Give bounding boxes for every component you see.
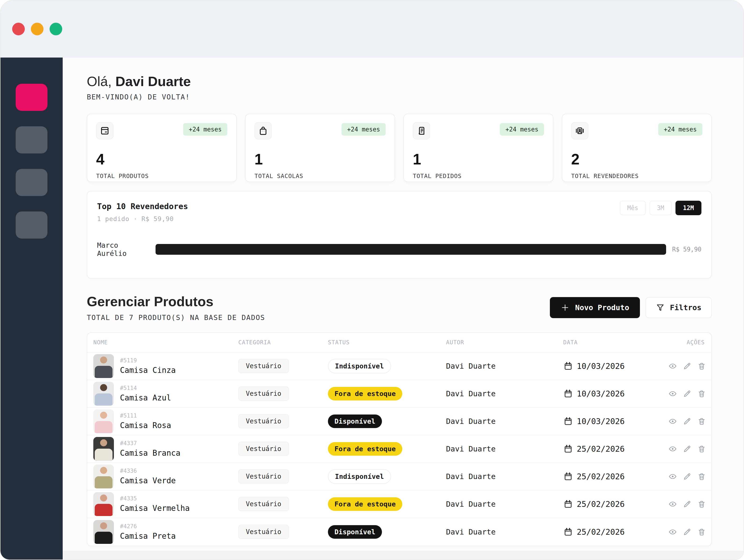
product-date: 10/03/2026 bbox=[577, 362, 625, 371]
edit-icon[interactable] bbox=[683, 417, 692, 425]
view-icon[interactable] bbox=[668, 389, 677, 398]
status-badge: Disponível bbox=[328, 414, 382, 428]
page-title: Olá, Davi Duarte bbox=[87, 74, 712, 89]
stat-badge: +24 meses bbox=[658, 123, 702, 136]
product-id: #4335 bbox=[120, 495, 190, 502]
product-author: Davi Duarte bbox=[446, 417, 563, 426]
product-id: #4337 bbox=[120, 440, 180, 447]
product-date: 25/02/2026 bbox=[577, 472, 625, 481]
stats-cards: +24 meses 4 TOTAL PRODUTOS +24 meses 1 T… bbox=[87, 114, 712, 182]
funnel-icon bbox=[656, 303, 665, 312]
stat-label: TOTAL PEDIDOS bbox=[413, 173, 544, 179]
reseller-bar-row: Marco Aurélio R$ 59,90 bbox=[97, 241, 701, 258]
period-filters: Mês 3M 12M bbox=[620, 201, 701, 215]
greeting-prefix: Olá, bbox=[87, 74, 112, 89]
minimize-window-button[interactable] bbox=[31, 23, 43, 35]
product-thumbnail bbox=[93, 354, 114, 378]
view-icon[interactable] bbox=[668, 362, 677, 370]
view-icon[interactable] bbox=[668, 528, 677, 536]
sidebar-item-4[interactable] bbox=[16, 212, 47, 238]
view-icon[interactable] bbox=[668, 472, 677, 481]
status-badge: Fora de estoque bbox=[328, 442, 402, 456]
stat-label: TOTAL REVENDEDORES bbox=[571, 173, 702, 179]
edit-icon[interactable] bbox=[683, 389, 692, 398]
product-date: 10/03/2026 bbox=[577, 389, 625, 398]
stat-badge: +24 meses bbox=[183, 123, 227, 136]
edit-icon[interactable] bbox=[683, 500, 692, 508]
period-filter-mes[interactable]: Mês bbox=[620, 201, 646, 215]
view-icon[interactable] bbox=[668, 445, 677, 453]
category-badge: Vestuário bbox=[238, 414, 289, 428]
product-author: Davi Duarte bbox=[446, 500, 563, 509]
calendar-icon bbox=[563, 527, 573, 537]
status-badge: Disponível bbox=[328, 525, 382, 539]
product-name: Camisa Preta bbox=[120, 531, 176, 540]
sidebar-item-3[interactable] bbox=[16, 169, 47, 196]
table-row: #5119 Camisa Cinza Vestuário Indisponíve… bbox=[87, 352, 711, 380]
category-badge: Vestuário bbox=[238, 525, 289, 539]
product-date: 25/02/2026 bbox=[577, 527, 625, 536]
period-filter-12m[interactable]: 12M bbox=[675, 201, 701, 215]
product-name: Camisa Azul bbox=[120, 393, 171, 402]
delete-icon[interactable] bbox=[698, 528, 706, 536]
calendar-icon bbox=[563, 389, 573, 399]
stat-value: 2 bbox=[571, 151, 702, 168]
product-author: Davi Duarte bbox=[446, 472, 563, 481]
delete-icon[interactable] bbox=[698, 417, 706, 425]
products-section-header: Gerenciar Produtos TOTAL DE 7 PRODUTO(S)… bbox=[87, 294, 712, 322]
edit-icon[interactable] bbox=[683, 362, 692, 370]
top-resellers-panel: Top 10 Revendedores 1 pedido · R$ 59,90 … bbox=[87, 191, 712, 278]
column-header-data: DATA bbox=[563, 339, 668, 346]
product-date: 25/02/2026 bbox=[577, 444, 625, 454]
welcome-subtitle: BEM-VINDO(A) DE VOLTA! bbox=[87, 93, 712, 101]
user-name: Davi Duarte bbox=[116, 74, 191, 89]
product-id: #4276 bbox=[120, 523, 176, 530]
new-product-button[interactable]: Novo Produto bbox=[550, 297, 640, 318]
product-date: 25/02/2026 bbox=[577, 499, 625, 509]
product-thumbnail bbox=[93, 464, 114, 488]
plus-icon bbox=[561, 303, 569, 312]
status-badge: Indisponível bbox=[328, 359, 391, 373]
product-name: Camisa Vermelha bbox=[120, 503, 190, 513]
table-row: #4335 Camisa Vermelha Vestuário Fora de … bbox=[87, 490, 711, 518]
delete-icon[interactable] bbox=[698, 362, 706, 370]
filters-button[interactable]: Filtros bbox=[645, 297, 712, 318]
maximize-window-button[interactable] bbox=[49, 23, 62, 35]
product-name: Camisa Verde bbox=[120, 476, 176, 485]
delete-icon[interactable] bbox=[698, 445, 706, 453]
period-filter-3m[interactable]: 3M bbox=[649, 201, 672, 215]
delete-icon[interactable] bbox=[698, 500, 706, 508]
close-window-button[interactable] bbox=[12, 23, 25, 35]
edit-icon[interactable] bbox=[683, 528, 692, 536]
titlebar bbox=[0, 0, 744, 58]
product-name: Camisa Cinza bbox=[120, 366, 176, 375]
top-resellers-subtitle: 1 pedido · R$ 59,90 bbox=[97, 215, 701, 222]
delete-icon[interactable] bbox=[698, 472, 706, 481]
products-title: Gerenciar Produtos bbox=[87, 294, 265, 309]
calendar-icon bbox=[563, 472, 573, 481]
stat-card-sacolas: +24 meses 1 TOTAL SACOLAS bbox=[245, 114, 395, 182]
app-window: Olá, Davi Duarte BEM-VINDO(A) DE VOLTA! … bbox=[0, 0, 744, 560]
bar-track bbox=[155, 244, 666, 255]
view-icon[interactable] bbox=[668, 417, 677, 425]
reseller-name: Marco Aurélio bbox=[97, 241, 149, 258]
calendar-icon bbox=[563, 361, 573, 371]
column-header-acoes: AÇÕES bbox=[668, 339, 705, 346]
sidebar-item-2[interactable] bbox=[16, 126, 47, 153]
product-author: Davi Duarte bbox=[446, 389, 563, 398]
product-thumbnail bbox=[93, 382, 114, 406]
sidebar-item-dashboard[interactable] bbox=[16, 84, 47, 111]
stat-value: 4 bbox=[96, 151, 227, 168]
sidebar bbox=[0, 58, 63, 560]
table-row: #5111 Camisa Rosa Vestuário Disponível D… bbox=[87, 408, 711, 435]
delete-icon[interactable] bbox=[698, 389, 706, 398]
category-badge: Vestuário bbox=[238, 386, 289, 401]
product-id: #4336 bbox=[120, 468, 176, 474]
window-bottom-strip bbox=[63, 551, 744, 560]
top-resellers-title: Top 10 Revendedores bbox=[97, 202, 701, 211]
edit-icon[interactable] bbox=[683, 445, 692, 453]
stat-value: 1 bbox=[413, 151, 544, 168]
stat-value: 1 bbox=[255, 151, 386, 168]
edit-icon[interactable] bbox=[683, 472, 692, 481]
view-icon[interactable] bbox=[668, 500, 677, 508]
